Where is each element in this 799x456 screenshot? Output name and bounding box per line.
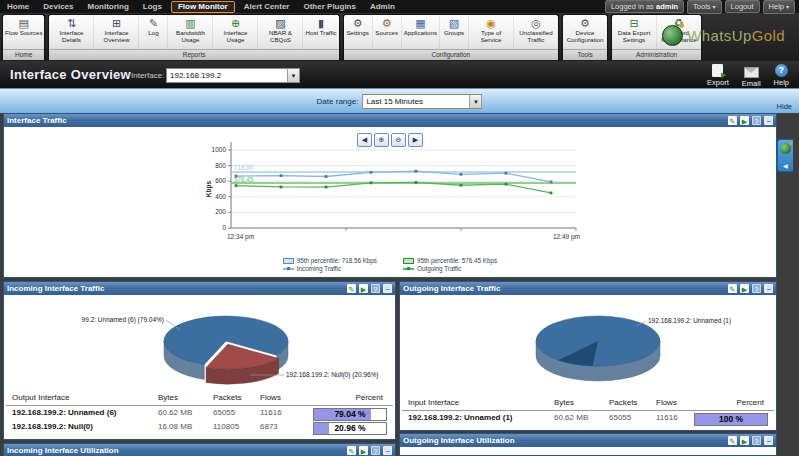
menu-item-other-plugins[interactable]: Other Plugins: [296, 0, 362, 13]
collapse-icon[interactable]: −: [764, 284, 773, 293]
zoom-out-button[interactable]: ⊖: [391, 133, 406, 147]
help-panel-icon[interactable]: ?: [371, 446, 380, 455]
help-panel-icon[interactable]: ?: [752, 436, 761, 445]
configure-icon[interactable]: ✎: [728, 116, 737, 125]
chevron-down-icon: ▾: [786, 4, 789, 10]
export-icon: [712, 64, 723, 77]
legend-group: 95th percentile: 718.56 KbpsIncoming Tra…: [283, 257, 377, 272]
legend-row: 95th percentile: 718.56 Kbps: [283, 257, 377, 264]
email-button[interactable]: Email: [742, 64, 761, 88]
y-tick-label: 0: [222, 224, 226, 231]
panel-title: Interface Traffic: [7, 116, 725, 125]
ribbon-button-sources[interactable]: ⚙Sources: [373, 15, 402, 49]
y-tick-label: 600: [215, 177, 226, 184]
ribbon-button-label: Bandwidth Usage: [170, 30, 210, 44]
ribbon-button-label: Unclassified Traffic: [516, 30, 556, 44]
ribbon-button-groups[interactable]: ▧Groups: [440, 15, 469, 49]
interface-select[interactable]: 192.168.199.2 ▼: [166, 68, 300, 83]
ribbon-button-bandwidth-usage[interactable]: ▥Bandwidth Usage: [168, 15, 213, 49]
ribbon-button-settings[interactable]: ⚙Settings: [344, 15, 373, 49]
menu-item-monitoring[interactable]: Monitoring: [80, 0, 135, 13]
percent-bar: 100 %: [694, 413, 768, 426]
legend-row: 95th percentile: 576.45 Kbps: [403, 257, 497, 264]
ribbon-button-interface-details[interactable]: ⇅Interface Details: [49, 15, 94, 49]
percent-text: 20.96 %: [314, 423, 386, 434]
tools-menu-button[interactable]: Tools▾: [687, 0, 722, 14]
report-titlebar: Interface Overview Interface: 192.168.19…: [0, 61, 799, 88]
ribbon-button-label: Type of Service: [471, 30, 511, 44]
help-panel-icon[interactable]: ?: [752, 116, 761, 125]
scroll-right-button[interactable]: ▶: [408, 133, 423, 147]
export-button[interactable]: Export: [707, 64, 729, 88]
collapse-icon[interactable]: −: [764, 116, 773, 125]
configure-icon[interactable]: ✎: [347, 446, 356, 455]
menu-item-devices[interactable]: Devices: [36, 0, 80, 13]
ribbon-button-type-of-service[interactable]: ◉Type of Service: [469, 15, 514, 49]
scroll-left-button[interactable]: ◀: [357, 133, 372, 147]
export-report-icon[interactable]: ▶: [740, 116, 749, 125]
ribbon-button-log[interactable]: ✎Log: [139, 15, 168, 49]
table-row: 192.168.199.2: Unnamed (1)60.62 MB650551…: [402, 411, 774, 425]
menu-item-home[interactable]: Home: [0, 0, 36, 13]
ribbon-button-device-configuration[interactable]: ⚙Device Configuration: [563, 15, 607, 49]
pie-slice-label: 192.168.199.2: Unnamed (1): [648, 317, 731, 325]
ribbon-button-nbar-cbqos[interactable]: ▨NBAR & CBQoS: [258, 15, 303, 49]
flow-sources-icon: ▤: [19, 16, 29, 30]
traffic-line-chart: 02004006008001000Kbps12:34 pm12:49 pm718…: [4, 127, 776, 277]
session-controls: Logged in as admin Tools▾ Logout Help▾: [602, 0, 799, 14]
column-header-flows: Flows: [656, 397, 677, 409]
ribbon-button-interface-overview[interactable]: ⊞Interface Overview: [94, 15, 139, 49]
data-point: [235, 175, 238, 178]
table-row: 192.168.199.2: Null(0)16.08 MB1108056873…: [6, 420, 393, 434]
percentile-line-label: 718.56: [234, 164, 254, 171]
export-report-icon[interactable]: ▶: [359, 446, 368, 455]
help-panel-icon[interactable]: ?: [371, 284, 380, 293]
panel-header: Interface Traffic ✎▶?−: [4, 114, 776, 127]
ribbon-toolbar: ▤Flow SourcesHome⇅Interface Details⊞Inte…: [0, 13, 799, 61]
export-report-icon[interactable]: ▶: [740, 436, 749, 445]
panel-title: Outgoing Interface Utilization: [403, 436, 725, 445]
host-traffic-icon: ▮: [318, 16, 324, 30]
collapse-icon[interactable]: −: [383, 446, 392, 455]
collapse-icon[interactable]: −: [764, 436, 773, 445]
ribbon-button-unclassified-traffic[interactable]: ◎Unclassified Traffic: [514, 15, 558, 49]
percent-bar: 20.96 %: [313, 422, 387, 435]
export-report-icon[interactable]: ▶: [740, 284, 749, 293]
data-point: [415, 181, 418, 184]
data-point: [370, 171, 373, 174]
x-start-label: 12:34 pm: [227, 233, 254, 241]
ribbon-button-interface-usage[interactable]: ⊕Interface Usage: [213, 15, 258, 49]
configure-icon[interactable]: ✎: [728, 284, 737, 293]
ribbon-button-applications[interactable]: ▦Applications: [402, 15, 440, 49]
export-report-icon[interactable]: ▶: [359, 284, 368, 293]
menu-items: HomeDevicesMonitoringLogsFlow MonitorAle…: [0, 0, 402, 13]
email-icon: [744, 67, 759, 78]
panel-title: Outgoing Interface Traffic: [403, 284, 725, 293]
help-menu-button[interactable]: Help▾: [763, 0, 795, 14]
configure-icon[interactable]: ✎: [728, 436, 737, 445]
configure-icon[interactable]: ✎: [347, 284, 356, 293]
hide-link[interactable]: Hide: [777, 102, 792, 111]
percentile-swatch: [283, 258, 294, 264]
ribbon-group-label: Home: [3, 49, 44, 60]
panel-header: Outgoing Interface Traffic ✎▶?−: [400, 282, 776, 295]
ribbon-button-host-traffic[interactable]: ▮Host Traffic: [303, 15, 338, 49]
help-button[interactable]: Help: [774, 64, 789, 88]
help-panel-icon[interactable]: ?: [752, 284, 761, 293]
column-header-packets: Packets: [609, 397, 637, 409]
menu-item-alert-center[interactable]: Alert Center: [237, 0, 297, 13]
menu-item-logs[interactable]: Logs: [136, 0, 169, 13]
ribbon-button-data-export-settings[interactable]: ⊟Data Export Settings: [612, 15, 657, 49]
logout-button[interactable]: Logout: [725, 0, 760, 13]
date-range-select[interactable]: Last 15 Minutes ▼: [362, 94, 482, 109]
menu-item-admin[interactable]: Admin: [363, 0, 402, 13]
chart-legend: 95th percentile: 718.56 KbpsIncoming Tra…: [4, 257, 776, 272]
zoom-in-button[interactable]: ⊕: [374, 133, 389, 147]
ribbon-button-flow-sources[interactable]: ▤Flow Sources: [3, 15, 44, 49]
menu-item-flow-monitor[interactable]: Flow Monitor: [171, 1, 235, 13]
collapse-icon[interactable]: −: [383, 284, 392, 293]
side-panel-toggle[interactable]: ◀: [777, 139, 793, 172]
outgoing-interface-utilization-panel: Outgoing Interface Utilization ✎▶?−: [399, 433, 777, 456]
help-action-label: Help: [774, 78, 789, 87]
series-line-outgoing-traffic: [236, 182, 551, 193]
